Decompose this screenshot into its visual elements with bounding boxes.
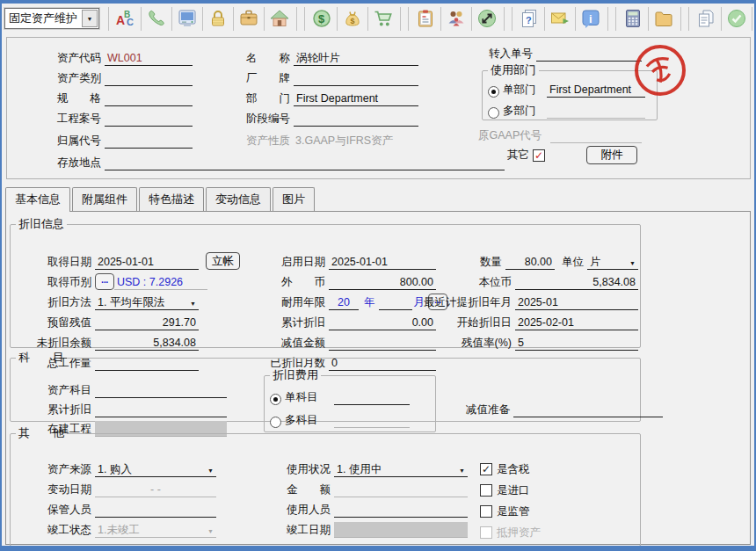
usage-status-select[interactable]: 1. 使用中 [334, 462, 468, 477]
field-label: 使用状况 [264, 462, 331, 477]
radio-label: 单部门 [503, 83, 543, 98]
help-doc-icon-button[interactable]: ? [516, 6, 542, 31]
asset-source-select[interactable]: 1. 购入 [95, 462, 216, 477]
attachment-button[interactable]: 附件 [586, 146, 637, 164]
transfer-icon-button[interactable] [474, 6, 500, 31]
multi-dept-radio[interactable] [488, 107, 499, 119]
chevron-down-icon[interactable] [82, 10, 98, 27]
imported-checkbox[interactable] [480, 484, 492, 497]
lock-icon-button[interactable] [205, 6, 231, 31]
tab-features[interactable]: 特色描述 [139, 187, 204, 211]
other-col-2: 使用状况 1. 使用中 金 额 使用人员 竣工日期 [264, 457, 468, 538]
unit-select[interactable]: 片 [587, 255, 638, 270]
radio-label: 多部门 [503, 104, 543, 119]
toolbar-separator [264, 7, 265, 31]
app-window: 固定资产维护 ABC $ $ ? i [0, 0, 756, 551]
dropdown-arrow-icon[interactable] [186, 296, 196, 308]
info-icon-button[interactable]: i [578, 6, 604, 31]
tax-included-checkbox[interactable] [480, 463, 492, 475]
salvage-field[interactable]: 291.70 [95, 315, 199, 330]
other-checkbox[interactable] [533, 149, 545, 162]
acquire-date-field[interactable]: 2025-01-01 [95, 255, 199, 270]
users-icon-button[interactable] [443, 6, 469, 31]
project-item-checkbox[interactable] [480, 547, 492, 551]
location-field[interactable] [105, 156, 505, 170]
clipboard-icon-button[interactable] [412, 6, 439, 31]
tab-change-info[interactable]: 变动信息 [206, 187, 271, 211]
accum-account-field[interactable] [95, 402, 227, 417]
depr-method-select[interactable]: 1. 平均年限法 [95, 295, 199, 310]
field-label: 转入单号 [478, 47, 533, 62]
single-dept-field[interactable]: First Department [547, 83, 645, 98]
multi-dept-field[interactable] [547, 104, 645, 119]
spec-field[interactable] [105, 91, 193, 106]
single-dept-radio[interactable] [488, 86, 499, 98]
amount-field[interactable] [334, 482, 468, 497]
asset-account-field[interactable] [95, 383, 227, 398]
life-years-field[interactable]: 20 [329, 295, 359, 310]
tab-components[interactable]: 附属组件 [72, 187, 137, 211]
computer-icon-button[interactable] [174, 6, 200, 31]
department-field[interactable]: First Department [294, 91, 418, 106]
depr-start-date-field[interactable]: 2025-02-01 [515, 315, 638, 330]
home-icon-button[interactable] [266, 6, 293, 31]
svg-text:$: $ [350, 17, 354, 25]
currency-browse-button[interactable] [95, 273, 114, 290]
base-currency-field[interactable]: 5,834.08 [515, 275, 638, 290]
module-selector[interactable]: 固定资产维护 [4, 8, 99, 29]
mail-send-icon-button[interactable] [547, 6, 573, 31]
lock-icon [207, 8, 229, 29]
transfer-no-field[interactable] [536, 47, 642, 62]
groupbox-title: 其 他 [16, 425, 67, 441]
field-label: 未折旧余额 [16, 336, 91, 351]
quantity-field[interactable]: 80.00 [505, 255, 555, 270]
field-label: 部 门 [218, 91, 290, 106]
tab-basic-info[interactable]: 基本信息 [5, 187, 70, 212]
approve-icon-button[interactable] [723, 6, 750, 31]
copy-docs-icon-button[interactable] [693, 6, 719, 31]
keeper-field[interactable] [95, 503, 216, 518]
asset-code-field[interactable]: WL001 [105, 51, 193, 66]
spell-check-icon-button[interactable]: ABC [113, 6, 139, 31]
dropdown-arrow-icon[interactable] [455, 463, 465, 475]
svg-text:i: i [589, 12, 592, 25]
phone-icon-button[interactable] [143, 6, 170, 31]
mortgaged-asset-checkbox [480, 526, 492, 539]
dollar-coin-icon-button[interactable]: $ [309, 6, 335, 31]
user-field[interactable] [334, 503, 468, 518]
supervised-checkbox[interactable] [480, 505, 492, 518]
dropdown-arrow-icon[interactable] [204, 463, 214, 475]
currency-field[interactable]: USD : 7.2926 [114, 275, 207, 290]
cart-icon-button[interactable] [370, 6, 396, 31]
stage-no-field[interactable] [294, 112, 418, 127]
single-account-field[interactable] [334, 390, 410, 405]
toolbar-separator [337, 7, 338, 31]
money-bag-icon-button[interactable]: $ [339, 6, 366, 31]
field-label: 工程案号 [29, 112, 101, 127]
impair-reserve-field[interactable] [513, 402, 663, 417]
life-months-field[interactable] [379, 295, 412, 310]
salvage-rate-field[interactable]: 5 [515, 336, 638, 351]
checkbox-label: 抵押资产 [497, 526, 541, 540]
tab-picture[interactable]: 图片 [273, 187, 315, 211]
asset-name-field[interactable]: 涡轮叶片 [294, 51, 418, 66]
post-button[interactable]: 立帐 [206, 252, 240, 270]
last-depr-ym-field[interactable]: 2025-01 [515, 295, 638, 310]
single-account-radio[interactable] [270, 394, 281, 405]
calculator-icon-button[interactable] [620, 6, 646, 31]
project-no-field[interactable] [105, 112, 193, 127]
folder-icon-button[interactable] [651, 6, 677, 31]
undepreciated-field[interactable]: 5,834.08 [95, 336, 199, 351]
phone-icon [146, 8, 167, 29]
belong-code-field[interactable] [105, 134, 193, 149]
field-label: 阶段编号 [218, 112, 290, 127]
toolbar-separator [752, 7, 752, 31]
dropdown-arrow-icon[interactable] [626, 256, 636, 268]
computer-icon [177, 8, 198, 29]
toolbar-separator [233, 7, 234, 31]
remark-field[interactable] [95, 545, 577, 551]
asset-class-field[interactable] [105, 71, 193, 86]
toolbar-separator [304, 7, 305, 31]
briefcase-icon-button[interactable] [236, 6, 262, 31]
brand-field[interactable] [294, 71, 418, 86]
